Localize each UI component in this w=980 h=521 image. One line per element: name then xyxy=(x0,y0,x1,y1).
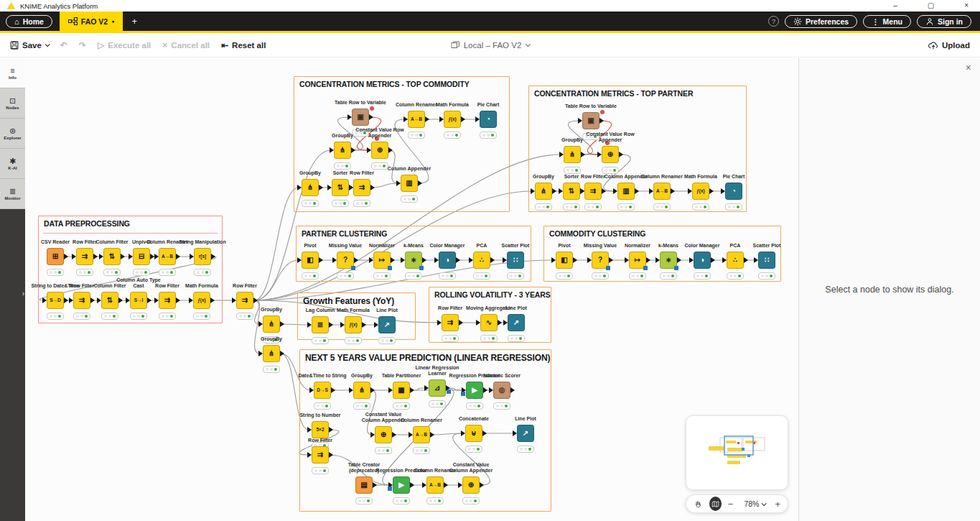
node-column-auto-type-cast[interactable]: S→IColumn Auto Type Cast xyxy=(130,292,147,309)
input-port[interactable] xyxy=(154,298,159,303)
node-regression-predictor[interactable]: ▶Regression Predictor xyxy=(393,476,410,494)
model-port[interactable] xyxy=(388,487,392,491)
output-port[interactable] xyxy=(599,118,604,124)
output-port[interactable] xyxy=(90,298,95,303)
node-date-time-to-string[interactable]: D→SDate&Time to String xyxy=(314,382,331,399)
input-port[interactable] xyxy=(307,452,312,458)
model-port[interactable] xyxy=(351,266,355,270)
output-port[interactable] xyxy=(573,257,577,263)
close-button[interactable]: × xyxy=(964,1,969,11)
sidebar-item-k-ai[interactable]: ✱ K-AI xyxy=(0,149,25,179)
tab-fao-v2[interactable]: FAO V2 ● xyxy=(60,11,123,31)
output-port[interactable] xyxy=(176,298,180,303)
output-port[interactable] xyxy=(319,185,323,190)
output-port[interactable] xyxy=(482,430,487,436)
node-line-plot[interactable]: ↗Line Plot xyxy=(378,316,396,333)
output-port[interactable] xyxy=(329,322,333,328)
input-port[interactable] xyxy=(503,257,507,263)
output-port[interactable] xyxy=(456,257,460,263)
output-port[interactable] xyxy=(351,147,355,153)
output-port[interactable] xyxy=(354,257,358,263)
input-port[interactable] xyxy=(374,322,378,328)
node-unpivot[interactable]: ⊟Unpivot xyxy=(133,248,150,265)
output-port[interactable] xyxy=(671,188,675,194)
node-constant-value-column-appender[interactable]: ⊕Constant Value Column Appender xyxy=(462,476,480,494)
flow-variable-port[interactable] xyxy=(600,110,605,114)
output-port[interactable] xyxy=(498,320,502,326)
output-port[interactable] xyxy=(64,298,68,303)
preferences-button[interactable]: Preferences xyxy=(785,15,857,28)
node-normalizer[interactable]: ↦Normalizer xyxy=(373,252,391,269)
node-concatenate[interactable]: ⊎Concatenate xyxy=(465,425,482,442)
save-button[interactable]: Save xyxy=(10,41,49,50)
output-port[interactable] xyxy=(646,257,650,263)
input-port[interactable] xyxy=(613,188,617,194)
input-port[interactable] xyxy=(347,114,352,120)
input-port[interactable] xyxy=(469,257,473,263)
input-port[interactable] xyxy=(551,257,556,263)
input-port[interactable] xyxy=(458,482,462,488)
upload-button[interactable]: Upload xyxy=(928,41,970,50)
node-csv-reader[interactable]: ⊞CSV Reader xyxy=(47,248,64,265)
input-port[interactable] xyxy=(489,387,493,393)
input-port[interactable] xyxy=(475,116,480,122)
output-port[interactable] xyxy=(280,321,284,327)
node-math-formula[interactable]: ƒ(x)Math Formula xyxy=(692,183,709,200)
input-port[interactable] xyxy=(396,180,401,186)
minimap-panel[interactable] xyxy=(686,415,788,490)
input-port[interactable] xyxy=(578,118,582,124)
execute-all-button[interactable]: ▷ Execute all xyxy=(98,40,151,50)
output-port[interactable] xyxy=(369,114,373,120)
minimize-button[interactable]: – xyxy=(893,1,897,11)
tab-home[interactable]: ⌂ Home xyxy=(6,15,52,28)
node-groupby[interactable]: ⋔GroupBy xyxy=(302,179,319,196)
node-missing-value[interactable]: ?Missing Value xyxy=(592,252,609,269)
output-port[interactable] xyxy=(331,387,335,393)
node-column-appender[interactable]: ▥Column Appender xyxy=(617,183,635,200)
input-port[interactable] xyxy=(307,427,312,433)
cancel-all-button[interactable]: × Cancel all xyxy=(162,40,210,50)
input-port[interactable] xyxy=(307,322,312,328)
input-port[interactable] xyxy=(721,188,725,194)
input-port[interactable] xyxy=(340,322,345,328)
node-row-filter[interactable]: ⇉Row Filter xyxy=(584,183,602,200)
input-port[interactable] xyxy=(297,185,302,190)
node-pivot[interactable]: ◧Pivot xyxy=(302,252,319,269)
input-port[interactable] xyxy=(258,351,263,356)
workflow-canvas[interactable]: DATA PREPROCESSINGCONCENTRATION METRICS … xyxy=(25,58,798,521)
node-column-filter[interactable]: ⇅Column Filter xyxy=(101,292,118,309)
pan-hand-icon[interactable] xyxy=(694,499,703,510)
input-port[interactable] xyxy=(409,432,413,438)
maximize-button[interactable]: ▢ xyxy=(928,1,934,11)
output-port[interactable] xyxy=(602,188,606,194)
output-port[interactable] xyxy=(425,116,429,122)
output-port[interactable] xyxy=(147,298,151,303)
output-port[interactable] xyxy=(552,188,556,194)
sidebar-item-explorer[interactable]: ⊛ Explorer xyxy=(0,119,25,149)
input-port[interactable] xyxy=(580,188,584,194)
output-port[interactable] xyxy=(480,482,484,488)
input-port[interactable] xyxy=(531,188,535,194)
node-constant-value-row-appender[interactable]: ⊕Constant Value Row Appender xyxy=(371,142,388,159)
node-pivot[interactable]: ◧Pivot xyxy=(556,252,573,269)
model-port[interactable] xyxy=(419,266,424,270)
zoom-in-button[interactable]: + xyxy=(775,499,780,510)
node-scatter-plot[interactable]: ∷Scatter Plot xyxy=(507,252,524,269)
output-port[interactable] xyxy=(280,351,284,356)
sidebar-item-info[interactable]: ≡ Info xyxy=(0,58,25,88)
model-port[interactable] xyxy=(461,392,465,396)
node-math-formula[interactable]: ƒ(x)Math Formula xyxy=(345,316,362,333)
node-scatter-plot[interactable]: ∷Scatter Plot xyxy=(758,252,775,269)
node-normalizer[interactable]: ↦Normalizer xyxy=(629,252,646,269)
input-port[interactable] xyxy=(403,116,408,122)
output-port[interactable] xyxy=(211,254,215,259)
workspace-selector[interactable]: Local – FAO V2 xyxy=(451,41,530,50)
input-port[interactable] xyxy=(370,432,375,438)
input-port[interactable] xyxy=(437,320,442,326)
node-row-filter[interactable]: ⇉Row Filter xyxy=(442,314,459,331)
node-sorter[interactable]: ⇅Sorter xyxy=(332,179,349,196)
input-port[interactable] xyxy=(587,257,592,263)
output-port[interactable] xyxy=(490,257,495,263)
reset-all-button[interactable]: ⇤ Reset all xyxy=(221,40,266,50)
node-constant-value-column-appender[interactable]: ⊕Constant Value Column Appender xyxy=(375,426,392,443)
